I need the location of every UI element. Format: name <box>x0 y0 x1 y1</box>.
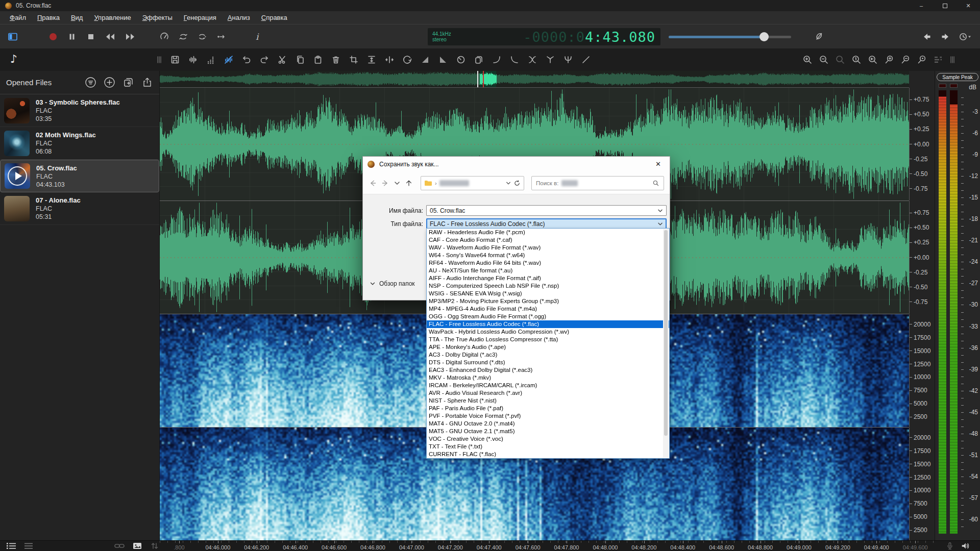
add-multiple-files-button[interactable] <box>122 77 134 88</box>
meter-mode-button[interactable]: Sample Peak <box>937 73 978 81</box>
fit-vertical-button[interactable] <box>366 55 377 65</box>
undo-button[interactable] <box>241 55 252 65</box>
format-option[interactable]: PVF - Portable Voice Format (*.pvf) <box>427 412 669 420</box>
combined-view-button[interactable] <box>224 55 234 65</box>
vertical-zoom-reset-button[interactable] <box>917 55 927 65</box>
loop-selection-icon[interactable] <box>197 32 207 42</box>
reverse-button[interactable] <box>402 55 412 65</box>
waveform-view-button[interactable] <box>188 55 198 65</box>
zoom-back-button[interactable] <box>868 55 878 65</box>
file-name-chevron-icon[interactable] <box>657 207 663 214</box>
format-option[interactable]: AIFF - Audio Interchange File Format (*.… <box>427 274 669 282</box>
speaker-icon[interactable] <box>961 541 970 550</box>
zoom-selection-button[interactable] <box>835 55 845 65</box>
metronome-icon[interactable] <box>814 31 824 41</box>
view-list-button[interactable] <box>6 542 16 550</box>
minimize-button[interactable]: – <box>910 0 933 11</box>
address-dropdown[interactable] <box>506 180 511 187</box>
info-button[interactable]: i <box>256 32 258 42</box>
add-file-button[interactable] <box>104 77 115 88</box>
sort-order-icon[interactable] <box>150 542 160 550</box>
delete-button[interactable] <box>331 55 341 65</box>
menu-item-4[interactable]: Управление <box>88 12 136 23</box>
cut-button[interactable] <box>277 55 287 65</box>
maximize-button[interactable] <box>933 0 957 11</box>
channel-layout-button[interactable] <box>933 55 943 65</box>
format-option[interactable]: MP3/MP2 - Moving Picture Experts Group (… <box>427 297 669 305</box>
pause-button[interactable] <box>67 32 77 42</box>
file-list-item[interactable]: 02 Moth Wings.flacFLAC06:08 <box>0 127 159 160</box>
format-option[interactable]: RAW - Headerless Audio File (*.pcm) <box>427 229 669 236</box>
format-option[interactable]: PAF - Paris Audio File (*.paf) <box>427 405 669 412</box>
format-option[interactable]: NSP - Computerized Speech Lab NSP File (… <box>427 282 669 290</box>
zoom-out-button[interactable] <box>819 55 829 65</box>
format-option[interactable]: OGG - Ogg Stream Audio File Format (*.og… <box>427 313 669 320</box>
navigate-back-button[interactable] <box>922 32 932 42</box>
file-type-combo[interactable]: FLAC - Free Lossless Audio Codec (*.flac… <box>426 218 667 229</box>
format-option[interactable]: FLAC - Free Lossless Audio Codec (*.flac… <box>427 320 669 328</box>
volume-thumb[interactable] <box>760 32 769 41</box>
menu-item-6[interactable]: Генерация <box>178 12 222 23</box>
play-from-cursor-icon[interactable] <box>216 32 226 42</box>
nav-recent-dropdown[interactable] <box>394 179 400 187</box>
file-type-chevron-icon[interactable] <box>657 220 663 228</box>
fit-horizontal-button[interactable] <box>384 55 395 65</box>
thumbnail-toggle-button[interactable] <box>132 542 142 550</box>
menu-item-1[interactable]: Файл <box>4 12 32 23</box>
zoom-toolbar-drag-handle[interactable] <box>949 55 955 65</box>
close-button[interactable]: ✕ <box>957 0 980 11</box>
duplicate-button[interactable] <box>474 55 484 65</box>
nav-forward-button[interactable] <box>381 179 389 187</box>
menu-item-8[interactable]: Справка <box>256 12 293 23</box>
export-file-button[interactable] <box>141 77 153 88</box>
format-option[interactable]: NIST - Sphere Nist (*.nist) <box>427 397 669 405</box>
fast-forward-button[interactable] <box>125 32 136 42</box>
format-option[interactable]: CAF - Core Audio Format (*.caf) <box>427 236 669 244</box>
spectrogram-view-button[interactable] <box>206 55 216 65</box>
menu-item-5[interactable]: Эффекты <box>137 12 178 23</box>
loop-playback-icon[interactable] <box>178 32 188 42</box>
vertical-zoom-out-button[interactable] <box>900 55 911 65</box>
play-speed-icon[interactable] <box>159 32 169 42</box>
format-option[interactable]: DTS - Digital Surround (*.dts) <box>427 359 669 366</box>
nav-back-button[interactable] <box>369 179 377 187</box>
format-option[interactable]: VOC - Creative Voice (*.voc) <box>427 435 669 443</box>
format-option[interactable]: MAT4 - GNU Octave 2.0 (*.mat4) <box>427 420 669 428</box>
search-box[interactable]: Поиск в: <box>531 176 664 190</box>
rewind-button[interactable] <box>105 32 116 42</box>
navigate-forward-button[interactable] <box>940 32 950 42</box>
view-compact-button[interactable] <box>23 542 34 550</box>
menu-item-3[interactable]: Вид <box>65 12 89 23</box>
history-dropdown-button[interactable] <box>959 32 972 42</box>
format-option[interactable]: AU - NeXT/Sun file format (*.au) <box>427 267 669 274</box>
sidebar-toggle-button[interactable] <box>7 32 18 42</box>
curve-exp-button[interactable] <box>492 55 502 65</box>
format-option[interactable]: IRCAM - Berkeley/IRCAM/CARL (*.ircam) <box>427 382 669 389</box>
curve-cross-button[interactable] <box>527 55 537 65</box>
curve-split-button[interactable] <box>545 55 555 65</box>
curve-log-button[interactable] <box>509 55 520 65</box>
record-button[interactable] <box>48 32 58 42</box>
dialog-close-button[interactable]: ✕ <box>647 157 670 171</box>
zoom-in-button[interactable] <box>802 55 813 65</box>
file-list-item[interactable]: 05. Crow.flacFLAC04:43.103 <box>0 160 159 192</box>
menu-item-7[interactable]: Анализ <box>222 12 256 23</box>
link-channels-icon[interactable] <box>114 542 125 550</box>
file-list-item[interactable]: 07 - Alone.flacFLAC05:31 <box>0 192 159 225</box>
microphone-icon[interactable] <box>945 541 954 550</box>
vertical-zoom-in-button[interactable] <box>884 55 894 65</box>
curve-linear-button[interactable] <box>581 55 591 65</box>
format-option[interactable]: RF64 - Waveform Audio File 64 bits (*.wa… <box>427 259 669 267</box>
browse-folders-toggle[interactable]: Обзор папок <box>370 280 415 287</box>
volume-slider[interactable] <box>669 34 791 39</box>
fade-out-button[interactable] <box>438 55 448 65</box>
file-list-item[interactable]: 03 - Symbolic Spheres.flacFLAC03:35 <box>0 94 159 127</box>
format-option[interactable]: W64 - Sony's Wave64 format (*.w64) <box>427 252 669 259</box>
address-bar[interactable]: › <box>421 176 524 190</box>
file-name-combo[interactable]: 05. Crow.flac <box>426 205 667 216</box>
save-button[interactable] <box>170 55 180 65</box>
gain-knob-button[interactable] <box>456 55 466 65</box>
redo-button[interactable] <box>259 55 270 65</box>
time-ruler[interactable]: .80004:46.00004:46.20004:46.40004:46.600… <box>160 541 935 551</box>
refresh-button[interactable] <box>513 180 521 187</box>
